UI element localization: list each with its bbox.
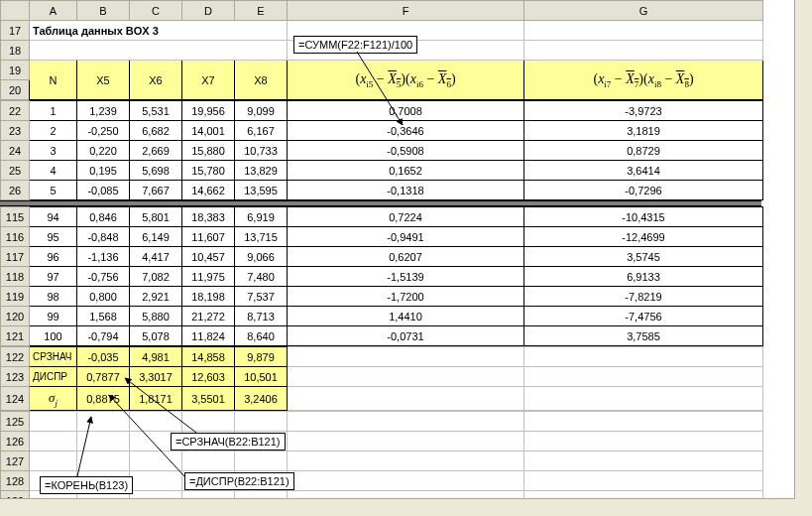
cell[interactable]: 2,669 — [130, 141, 182, 161]
cell[interactable]: 10,457 — [182, 247, 235, 267]
cell[interactable]: 9,099 — [235, 101, 288, 121]
cell[interactable] — [524, 21, 763, 41]
cell[interactable] — [130, 452, 182, 471]
cell[interactable] — [130, 412, 182, 432]
cell[interactable]: 0,7008 — [288, 101, 524, 121]
cell[interactable] — [288, 452, 524, 471]
cell[interactable] — [524, 41, 763, 61]
cell[interactable] — [524, 432, 763, 452]
row-header[interactable]: 22 — [1, 101, 30, 121]
cell[interactable]: 11,607 — [182, 227, 235, 247]
cell[interactable] — [77, 432, 130, 452]
cell[interactable]: 4 — [30, 161, 77, 181]
cell[interactable] — [288, 367, 524, 387]
row-header[interactable]: 118 — [1, 267, 30, 287]
cell[interactable] — [524, 452, 763, 471]
cell[interactable]: 98 — [30, 287, 77, 307]
cell[interactable] — [30, 452, 77, 471]
cell[interactable]: 3,6414 — [524, 161, 763, 181]
cell[interactable] — [524, 412, 763, 432]
cell[interactable] — [77, 452, 130, 471]
cell[interactable]: 3,1819 — [524, 121, 763, 141]
cell[interactable]: 11,975 — [182, 267, 235, 287]
select-all-corner[interactable] — [1, 1, 30, 21]
cell[interactable]: -0,9491 — [288, 227, 524, 247]
row-header[interactable]: 125 — [1, 412, 30, 432]
avg-d[interactable]: 14,858 — [182, 347, 235, 367]
cell[interactable]: 94 — [30, 207, 77, 227]
cell[interactable]: 4,417 — [130, 247, 182, 267]
header-x5[interactable]: X5 — [77, 61, 130, 100]
row-header[interactable]: 23 — [1, 121, 30, 141]
row-header[interactable]: 122 — [1, 347, 30, 367]
cell[interactable]: -0,5908 — [288, 141, 524, 161]
cell[interactable] — [524, 387, 763, 411]
cell[interactable] — [288, 347, 524, 367]
cell[interactable]: -10,4315 — [524, 207, 763, 227]
row-header[interactable]: 26 — [1, 181, 30, 200]
cell[interactable]: 15,880 — [182, 141, 235, 161]
cell[interactable]: 5,880 — [130, 307, 182, 326]
cell[interactable]: 14,662 — [182, 181, 235, 200]
cell[interactable] — [524, 347, 763, 367]
cell[interactable]: 10,733 — [235, 141, 288, 161]
cell[interactable] — [524, 471, 763, 491]
cell[interactable]: -0,085 — [77, 181, 130, 200]
col-header-c[interactable]: C — [130, 1, 182, 21]
cell[interactable] — [288, 471, 524, 491]
row-header[interactable]: 128 — [1, 471, 30, 491]
cell[interactable]: 2,921 — [130, 287, 182, 307]
cell[interactable]: 7,537 — [235, 287, 288, 307]
header-x8[interactable]: X8 — [235, 61, 288, 100]
row-header[interactable]: 123 — [1, 367, 30, 387]
cell[interactable]: -0,0731 — [288, 326, 524, 346]
cell[interactable]: 95 — [30, 227, 77, 247]
cell[interactable]: -1,7200 — [288, 287, 524, 307]
cell[interactable]: 1,239 — [77, 101, 130, 121]
cell[interactable] — [30, 432, 77, 452]
cell[interactable] — [288, 387, 524, 411]
disp-label[interactable]: ДИСПР — [30, 367, 77, 387]
cell[interactable]: -7,4756 — [524, 307, 763, 326]
header-formula-g[interactable]: (xi7 − X7)(xi8 − X8) — [524, 61, 763, 100]
col-header-b[interactable]: B — [77, 1, 130, 21]
disp-b[interactable]: 0,7877 — [77, 367, 130, 387]
row-header[interactable]: 19 — [1, 61, 30, 80]
cell[interactable]: 5,698 — [130, 161, 182, 181]
cell[interactable] — [30, 412, 77, 432]
cell[interactable]: 0,6207 — [288, 247, 524, 267]
disp-c[interactable]: 3,3017 — [130, 367, 182, 387]
avg-b[interactable]: -0,035 — [77, 347, 130, 367]
cell[interactable]: 5 — [30, 181, 77, 200]
row-header[interactable]: 126 — [1, 432, 30, 452]
cell[interactable]: 7,082 — [130, 267, 182, 287]
row-header[interactable]: 18 — [1, 41, 30, 61]
cell[interactable]: 0,8729 — [524, 141, 763, 161]
cell[interactable]: 9,066 — [235, 247, 288, 267]
sigma-b[interactable]: 0,8875 — [77, 387, 130, 411]
cell[interactable] — [182, 412, 235, 432]
cell[interactable]: -3,9723 — [524, 101, 763, 121]
cell[interactable]: 0,7224 — [288, 207, 524, 227]
cell[interactable]: 11,824 — [182, 326, 235, 346]
cell[interactable] — [130, 471, 182, 491]
cell[interactable]: -0,756 — [77, 267, 130, 287]
disp-e[interactable]: 10,501 — [235, 367, 288, 387]
cell[interactable]: 15,780 — [182, 161, 235, 181]
disp-d[interactable]: 12,603 — [182, 367, 235, 387]
cell[interactable]: 3,7585 — [524, 326, 763, 346]
row-header[interactable]: 116 — [1, 227, 30, 247]
cell[interactable]: -7,8219 — [524, 287, 763, 307]
cell[interactable]: -1,136 — [77, 247, 130, 267]
cell[interactable]: 96 — [30, 247, 77, 267]
cell[interactable]: 3 — [30, 141, 77, 161]
col-header-f[interactable]: F — [288, 1, 524, 21]
cell[interactable]: 0,1652 — [288, 161, 524, 181]
scrollbar-horizontal[interactable] — [0, 498, 795, 516]
cell[interactable]: -0,250 — [77, 121, 130, 141]
cell[interactable]: 2 — [30, 121, 77, 141]
cell[interactable]: 13,829 — [235, 161, 288, 181]
cell[interactable]: -0,7296 — [524, 181, 763, 200]
row-header[interactable]: 121 — [1, 326, 30, 346]
cell[interactable]: 13,715 — [235, 227, 288, 247]
